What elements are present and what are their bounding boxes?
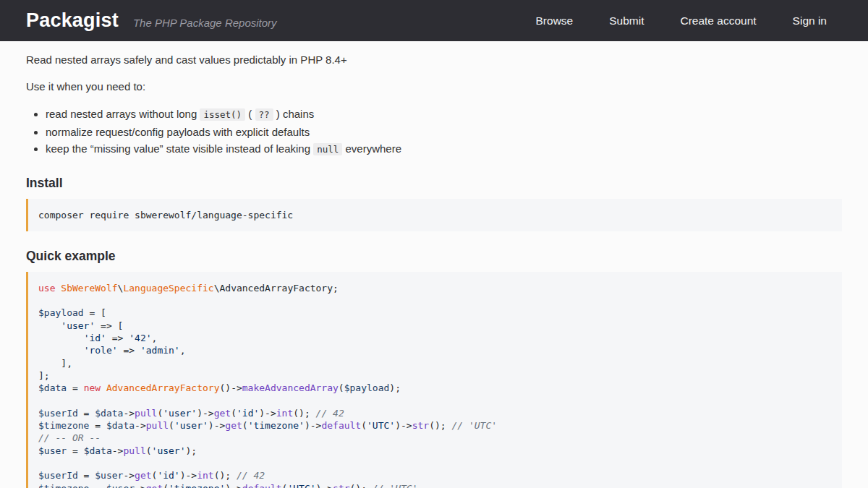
use-cases-lead: Use it when you need to: — [26, 79, 842, 95]
use-case-item: read nested arrays without long isset() … — [46, 106, 842, 124]
site-tagline: The PHP Package Repository — [133, 17, 277, 29]
quick-example-heading: Quick example — [26, 249, 842, 264]
top-nav: Browse Submit Create account Sign in — [536, 14, 827, 27]
inline-code: ?? — [255, 108, 273, 121]
example-code-block: use SbWereWolf\LanguageSpecific\Advanced… — [26, 272, 842, 488]
inline-code: isset() — [200, 108, 245, 121]
readme-intro: Read nested arrays safely and cast value… — [26, 52, 842, 68]
install-command: composer require sbwerewolf/language-spe… — [38, 209, 830, 221]
nav-link-submit[interactable]: Submit — [609, 14, 644, 27]
code-line: $userId = $data->pull('user')->get('id')… — [38, 407, 830, 419]
code-line: $payload = [ — [38, 307, 830, 319]
code-line — [38, 457, 830, 469]
code-line: 'user' => [ — [38, 320, 830, 332]
code-line: $data = new AdvancedArrayFactory()->make… — [38, 382, 830, 394]
code-line: $timezone = $data->pull('user')->get('ti… — [38, 419, 830, 432]
code-line: use SbWereWolf\LanguageSpecific\Advanced… — [38, 282, 830, 294]
use-case-list: read nested arrays without long isset() … — [26, 106, 842, 158]
nav-link-create-account[interactable]: Create account — [680, 14, 756, 27]
code-line: ]; — [38, 369, 830, 382]
code-line: ], — [38, 357, 830, 369]
use-case-item: normalize request/config payloads with e… — [46, 124, 842, 141]
nav-link-sign-in[interactable]: Sign in — [793, 14, 827, 27]
code-line: // -- OR -- — [38, 432, 830, 444]
nav-link-browse[interactable]: Browse — [536, 14, 574, 27]
inline-code: null — [313, 143, 342, 155]
code-line — [38, 394, 830, 406]
code-line: 'role' => 'admin', — [38, 344, 830, 356]
code-line: 'id' => '42', — [38, 332, 830, 344]
site-header: Packagist The PHP Package Repository Bro… — [0, 0, 868, 41]
example-code: use SbWereWolf\LanguageSpecific\Advanced… — [38, 282, 830, 488]
code-line: $timezone = $user->get('timezone')->defa… — [38, 482, 830, 488]
code-line — [38, 294, 830, 307]
code-line: $user = $data->pull('user'); — [38, 445, 830, 457]
use-case-item: keep the “missing value” state visible i… — [46, 140, 842, 158]
install-heading: Install — [26, 176, 842, 191]
packagist-logo[interactable]: Packagist — [26, 9, 119, 32]
readme-content: Read nested arrays safely and cast value… — [0, 41, 868, 488]
brand-wrap: Packagist The PHP Package Repository — [26, 9, 536, 32]
code-line: $userId = $user->get('id')->int(); // 42 — [38, 469, 830, 481]
install-code-block: composer require sbwerewolf/language-spe… — [26, 199, 842, 231]
